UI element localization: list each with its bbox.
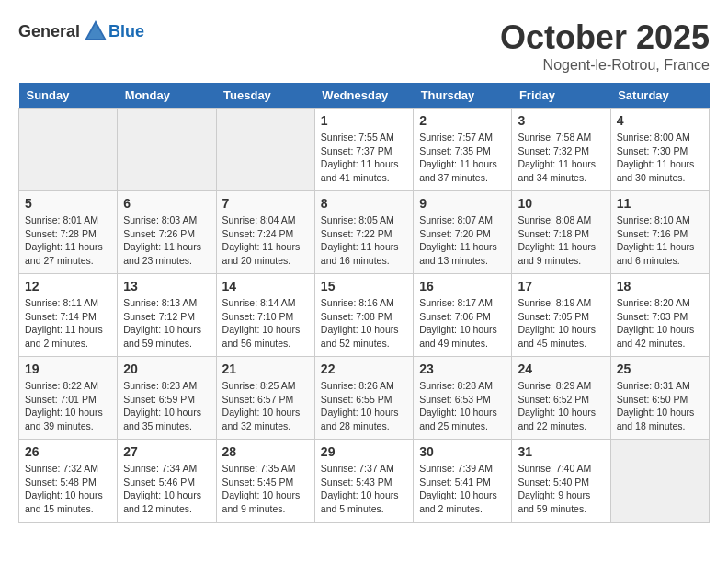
day-info: Sunrise: 8:14 AMSunset: 7:10 PMDaylight:…: [222, 296, 309, 350]
day-number: 17: [518, 279, 604, 293]
calendar-cell: 26Sunrise: 7:32 AMSunset: 5:48 PMDayligh…: [19, 440, 118, 523]
calendar-cell: 20Sunrise: 8:23 AMSunset: 6:59 PMDayligh…: [118, 357, 216, 440]
calendar-cell: [610, 440, 709, 523]
day-info: Sunrise: 8:19 AMSunset: 7:05 PMDaylight:…: [518, 296, 604, 350]
calendar-cell: 10Sunrise: 8:08 AMSunset: 7:18 PMDayligh…: [512, 191, 610, 274]
calendar-week-row: 5Sunrise: 8:01 AMSunset: 7:28 PMDaylight…: [19, 191, 710, 274]
calendar-cell: 19Sunrise: 8:22 AMSunset: 7:01 PMDayligh…: [19, 357, 118, 440]
day-number: 21: [222, 362, 309, 376]
title-section: October 2025 Nogent-le-Rotrou, France: [500, 18, 710, 74]
day-info: Sunrise: 8:04 AMSunset: 7:24 PMDaylight:…: [222, 213, 309, 268]
day-info: Sunrise: 7:32 AMSunset: 5:48 PMDaylight:…: [25, 462, 111, 516]
day-number: 13: [123, 279, 210, 293]
day-number: 26: [25, 444, 111, 459]
day-number: 27: [123, 444, 210, 459]
day-info: Sunrise: 8:00 AMSunset: 7:30 PMDaylight:…: [617, 131, 703, 185]
calendar-table: SundayMondayTuesdayWednesdayThursdayFrid…: [18, 83, 710, 523]
calendar-cell: [19, 109, 118, 191]
weekday-header: Friday: [512, 83, 610, 109]
day-info: Sunrise: 7:40 AMSunset: 5:40 PMDaylight:…: [518, 462, 604, 516]
calendar-week-row: 1Sunrise: 7:55 AMSunset: 7:37 PMDaylight…: [19, 109, 710, 191]
day-number: 20: [123, 362, 210, 376]
day-info: Sunrise: 8:17 AMSunset: 7:06 PMDaylight:…: [419, 296, 506, 350]
logo-blue: Blue: [108, 22, 144, 40]
logo-icon: [83, 18, 108, 44]
calendar-cell: 9Sunrise: 8:07 AMSunset: 7:20 PMDaylight…: [414, 191, 512, 274]
day-number: 16: [419, 279, 506, 293]
weekday-header: Monday: [118, 83, 216, 109]
day-number: 12: [25, 279, 111, 293]
day-number: 8: [321, 196, 407, 211]
day-number: 7: [222, 196, 309, 211]
page-header: General Blue October 2025 Nogent-le-Rotr…: [18, 18, 710, 74]
day-info: Sunrise: 8:01 AMSunset: 7:28 PMDaylight:…: [25, 213, 111, 268]
day-info: Sunrise: 8:25 AMSunset: 6:57 PMDaylight:…: [222, 379, 309, 433]
day-info: Sunrise: 7:55 AMSunset: 7:37 PMDaylight:…: [321, 131, 407, 185]
day-info: Sunrise: 7:37 AMSunset: 5:43 PMDaylight:…: [321, 462, 407, 516]
day-number: 6: [123, 196, 210, 211]
calendar-cell: 21Sunrise: 8:25 AMSunset: 6:57 PMDayligh…: [216, 357, 314, 440]
day-number: 19: [25, 362, 111, 376]
day-info: Sunrise: 8:22 AMSunset: 7:01 PMDaylight:…: [25, 379, 111, 433]
day-info: Sunrise: 8:28 AMSunset: 6:53 PMDaylight:…: [419, 379, 506, 433]
day-info: Sunrise: 8:03 AMSunset: 7:26 PMDaylight:…: [123, 213, 210, 268]
day-info: Sunrise: 8:10 AMSunset: 7:16 PMDaylight:…: [617, 213, 703, 268]
day-info: Sunrise: 8:11 AMSunset: 7:14 PMDaylight:…: [25, 296, 111, 350]
day-info: Sunrise: 8:20 AMSunset: 7:03 PMDaylight:…: [617, 296, 703, 350]
day-number: 31: [518, 444, 604, 459]
calendar-cell: 22Sunrise: 8:26 AMSunset: 6:55 PMDayligh…: [314, 357, 413, 440]
day-info: Sunrise: 8:08 AMSunset: 7:18 PMDaylight:…: [518, 213, 604, 268]
day-number: 28: [222, 444, 309, 459]
calendar-week-row: 19Sunrise: 8:22 AMSunset: 7:01 PMDayligh…: [19, 357, 710, 440]
calendar-cell: 15Sunrise: 8:16 AMSunset: 7:08 PMDayligh…: [314, 274, 413, 357]
weekday-header: Saturday: [610, 83, 709, 109]
calendar-cell: 24Sunrise: 8:29 AMSunset: 6:52 PMDayligh…: [512, 357, 610, 440]
day-info: Sunrise: 7:58 AMSunset: 7:32 PMDaylight:…: [518, 131, 604, 185]
weekday-header: Sunday: [19, 83, 118, 109]
day-info: Sunrise: 8:31 AMSunset: 6:50 PMDaylight:…: [617, 379, 703, 433]
day-info: Sunrise: 8:07 AMSunset: 7:20 PMDaylight:…: [419, 213, 506, 268]
day-number: 5: [25, 196, 111, 211]
calendar-cell: 6Sunrise: 8:03 AMSunset: 7:26 PMDaylight…: [118, 191, 216, 274]
calendar-cell: 5Sunrise: 8:01 AMSunset: 7:28 PMDaylight…: [19, 191, 118, 274]
weekday-header: Thursday: [414, 83, 512, 109]
day-info: Sunrise: 7:34 AMSunset: 5:46 PMDaylight:…: [123, 462, 210, 516]
day-number: 25: [617, 362, 703, 376]
calendar-cell: 1Sunrise: 7:55 AMSunset: 7:37 PMDaylight…: [314, 109, 413, 191]
day-number: 10: [518, 196, 604, 211]
day-info: Sunrise: 8:29 AMSunset: 6:52 PMDaylight:…: [518, 379, 604, 433]
calendar-cell: 3Sunrise: 7:58 AMSunset: 7:32 PMDaylight…: [512, 109, 610, 191]
calendar-cell: 17Sunrise: 8:19 AMSunset: 7:05 PMDayligh…: [512, 274, 610, 357]
day-number: 22: [321, 362, 407, 376]
day-number: 11: [617, 196, 703, 211]
weekday-header: Wednesday: [314, 83, 413, 109]
calendar-cell: [216, 109, 314, 191]
day-info: Sunrise: 8:23 AMSunset: 6:59 PMDaylight:…: [123, 379, 210, 433]
day-info: Sunrise: 8:05 AMSunset: 7:22 PMDaylight:…: [321, 213, 407, 268]
day-info: Sunrise: 7:35 AMSunset: 5:45 PMDaylight:…: [222, 462, 309, 516]
day-number: 9: [419, 196, 506, 211]
day-number: 4: [617, 113, 703, 128]
calendar-cell: 27Sunrise: 7:34 AMSunset: 5:46 PMDayligh…: [118, 440, 216, 523]
calendar-cell: 30Sunrise: 7:39 AMSunset: 5:41 PMDayligh…: [414, 440, 512, 523]
day-info: Sunrise: 7:57 AMSunset: 7:35 PMDaylight:…: [419, 131, 506, 185]
logo-general: General: [18, 22, 80, 41]
day-number: 14: [222, 279, 309, 293]
calendar-cell: 12Sunrise: 8:11 AMSunset: 7:14 PMDayligh…: [19, 274, 118, 357]
calendar-cell: 7Sunrise: 8:04 AMSunset: 7:24 PMDaylight…: [216, 191, 314, 274]
day-info: Sunrise: 8:16 AMSunset: 7:08 PMDaylight:…: [321, 296, 407, 350]
calendar-cell: 2Sunrise: 7:57 AMSunset: 7:35 PMDaylight…: [414, 109, 512, 191]
day-number: 24: [518, 362, 604, 376]
day-number: 3: [518, 113, 604, 128]
weekday-header-row: SundayMondayTuesdayWednesdayThursdayFrid…: [19, 83, 710, 109]
weekday-header: Tuesday: [216, 83, 314, 109]
calendar-cell: [118, 109, 216, 191]
calendar-cell: 13Sunrise: 8:13 AMSunset: 7:12 PMDayligh…: [118, 274, 216, 357]
calendar-cell: 23Sunrise: 8:28 AMSunset: 6:53 PMDayligh…: [414, 357, 512, 440]
day-number: 23: [419, 362, 506, 376]
month-title: October 2025: [500, 18, 710, 57]
calendar-week-row: 12Sunrise: 8:11 AMSunset: 7:14 PMDayligh…: [19, 274, 710, 357]
calendar-cell: 29Sunrise: 7:37 AMSunset: 5:43 PMDayligh…: [314, 440, 413, 523]
day-number: 18: [617, 279, 703, 293]
day-number: 2: [419, 113, 506, 128]
